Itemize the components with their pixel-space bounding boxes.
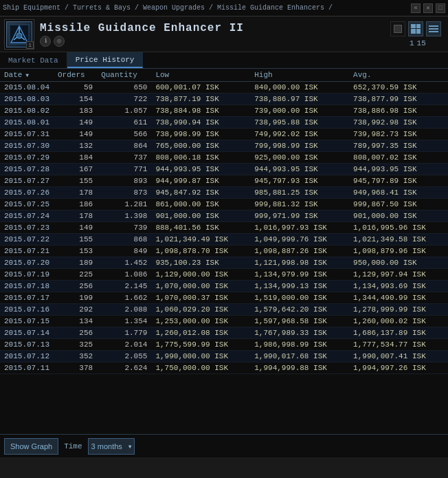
list-view-icon[interactable] (426, 21, 441, 36)
cell-low: 1,070,000.00 ISK (151, 281, 250, 292)
settings-button[interactable]: ✕ (423, 3, 433, 13)
cell-quantity: 739 (97, 222, 151, 234)
cell-date: 2015.07.12 (0, 351, 54, 362)
info-icon[interactable]: ℹ (40, 36, 51, 47)
table-header-row: Date Orders Quantity Low High Avg. (0, 69, 448, 82)
col-low[interactable]: Low (151, 69, 250, 82)
cell-avg: 1,098,879.96 ISK (349, 246, 448, 257)
cell-quantity: 722 (97, 94, 151, 105)
cell-low: 765,000.00 ISK (151, 140, 250, 152)
cell-avg: 945,797.89 ISK (349, 175, 448, 187)
cell-high: 738,995.88 ISK (250, 117, 349, 129)
cell-orders: 189 (54, 257, 97, 269)
col-orders[interactable]: Orders (54, 69, 97, 82)
cell-high: 1,990,017.68 ISK (250, 351, 349, 362)
cell-date: 2015.07.17 (0, 292, 54, 304)
stack-count-2: 15 (417, 39, 426, 47)
table-row: 2015.07.20 189 1.452 935,100.23 ISK 1,12… (0, 257, 448, 269)
cell-orders: 378 (54, 362, 97, 374)
cell-low: 901,000.00 ISK (151, 210, 250, 222)
cell-date: 2015.07.16 (0, 304, 54, 316)
market-btn[interactable] (390, 21, 405, 36)
cell-quantity: 771 (97, 164, 151, 175)
grid-view-icon[interactable] (408, 21, 423, 36)
time-select-wrapper[interactable]: 3 months1 month6 months1 year (88, 438, 135, 455)
cell-avg: 1,260,000.02 ISK (349, 316, 448, 327)
cell-high: 999,971.99 ISK (250, 210, 349, 222)
pin-button[interactable]: « (411, 3, 421, 13)
cell-avg: 1,686,137.89 ISK (349, 327, 448, 339)
item-title: Missile Guidance Enhancer II (40, 22, 385, 34)
cell-low: 861,000.00 ISK (151, 199, 250, 210)
cell-orders: 199 (54, 292, 97, 304)
tab-price-history[interactable]: Price History (67, 52, 144, 68)
cell-high: 1,994,999.88 ISK (250, 362, 349, 374)
cell-avg: 1,994,997.26 ISK (349, 362, 448, 374)
cell-orders: 59 (54, 82, 97, 94)
table-row: 2015.07.13 325 2.014 1,775,599.99 ISK 1,… (0, 339, 448, 351)
cell-avg: 1,129,997.94 ISK (349, 269, 448, 281)
col-high[interactable]: High (250, 69, 349, 82)
cell-avg: 949,968.41 ISK (349, 187, 448, 199)
cell-low: 1,990,000.00 ISK (151, 351, 250, 362)
cell-low: 1,253,000.00 ISK (151, 316, 250, 327)
show-graph-button[interactable]: Show Graph (4, 438, 58, 455)
cell-orders: 186 (54, 199, 97, 210)
cell-orders: 292 (54, 304, 97, 316)
col-avg[interactable]: Avg. (349, 69, 448, 82)
cell-quantity: 2.088 (97, 304, 151, 316)
cell-orders: 149 (54, 117, 97, 129)
cell-quantity: 1.057 (97, 105, 151, 117)
cell-high: 739,000.00 ISK (250, 105, 349, 117)
cell-avg: 1,990,007.41 ISK (349, 351, 448, 362)
cell-high: 1,016,997.93 ISK (250, 222, 349, 234)
cell-date: 2015.08.02 (0, 105, 54, 117)
table-row: 2015.07.24 178 1.398 901,000.00 ISK 999,… (0, 210, 448, 222)
cell-low: 1,775,599.99 ISK (151, 339, 250, 351)
time-select[interactable]: 3 months1 month6 months1 year (88, 438, 135, 455)
cell-avg: 738,877.99 ISK (349, 94, 448, 105)
bookmark-icon[interactable]: ◎ (54, 36, 65, 47)
tab-market-data[interactable]: Market Data (0, 52, 67, 68)
cell-quantity: 737 (97, 152, 151, 164)
cell-low: 944,993.95 ISK (151, 164, 250, 175)
cell-quantity: 650 (97, 82, 151, 94)
cell-date: 2015.08.04 (0, 82, 54, 94)
col-date[interactable]: Date (0, 69, 54, 82)
cell-low: 738,877.19 ISK (151, 94, 250, 105)
table-row: 2015.07.22 155 868 1,021,349.49 ISK 1,04… (0, 234, 448, 246)
cell-avg: 999,867.50 ISK (349, 199, 448, 210)
table-row: 2015.07.29 184 737 808,006.18 ISK 925,00… (0, 152, 448, 164)
cell-quantity: 893 (97, 175, 151, 187)
cell-date: 2015.07.21 (0, 246, 54, 257)
cell-date: 2015.07.30 (0, 140, 54, 152)
cell-quantity: 864 (97, 140, 151, 152)
cell-low: 945,847.92 ISK (151, 187, 250, 199)
cell-orders: 183 (54, 105, 97, 117)
close-button[interactable]: □ (436, 3, 445, 13)
cell-avg: 944,993.95 ISK (349, 164, 448, 175)
table-row: 2015.07.19 225 1.086 1,129,000.00 ISK 1,… (0, 269, 448, 281)
table-row: 2015.07.31 149 566 738,998.99 ISK 749,99… (0, 129, 448, 140)
cell-quantity: 1.086 (97, 269, 151, 281)
cell-high: 944,993.95 ISK (250, 164, 349, 175)
col-quantity[interactable]: Quantity (97, 69, 151, 82)
cell-high: 1,519,000.00 ISK (250, 292, 349, 304)
cell-date: 2015.07.13 (0, 339, 54, 351)
price-history-table-container[interactable]: Date Orders Quantity Low High Avg. 2015.… (0, 69, 448, 434)
cell-avg: 901,000.00 ISK (349, 210, 448, 222)
cell-high: 799,998.99 ISK (250, 140, 349, 152)
cell-quantity: 1.354 (97, 316, 151, 327)
cell-avg: 1,344,490.99 ISK (349, 292, 448, 304)
cell-avg: 1,021,349.58 ISK (349, 234, 448, 246)
cell-high: 1,134,979.99 ISK (250, 269, 349, 281)
cell-low: 1,750,000.00 ISK (151, 362, 250, 374)
cell-date: 2015.07.29 (0, 152, 54, 164)
cell-date: 2015.07.28 (0, 164, 54, 175)
cell-avg: 808,007.02 ISK (349, 152, 448, 164)
cell-avg: 738,992.98 ISK (349, 117, 448, 129)
cell-high: 1,049,999.76 ISK (250, 234, 349, 246)
cell-high: 749,992.02 ISK (250, 129, 349, 140)
cell-high: 1,597,968.58 ISK (250, 316, 349, 327)
table-row: 2015.07.25 186 1.281 861,000.00 ISK 999,… (0, 199, 448, 210)
